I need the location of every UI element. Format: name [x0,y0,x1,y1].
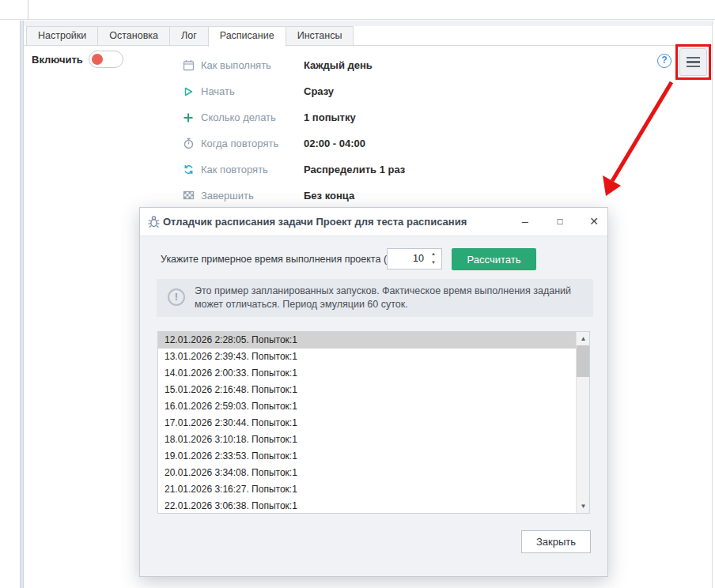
panel-splitter[interactable] [20,21,24,588]
setting-row-repeat-when[interactable]: Когда повторять 02:00 - 04:00 [182,130,405,156]
setting-row-repeat-how[interactable]: Как повторять Распределить 1 раз [182,156,405,183]
scheduled-runs-list[interactable]: 12.01.2026 2:28:05. Попыток:1 13.01.2026… [157,331,590,514]
scroll-up-icon[interactable]: ▲ [577,332,590,345]
time-value: 10 [413,249,424,269]
spinner-down-icon[interactable]: ▼ [427,258,440,267]
tab-strip-background [24,21,713,26]
schedule-debugger-dialog: Отладчик расписания задачи Проект для те… [139,207,608,577]
list-item[interactable]: 21.01.2026 3:16:27. Попыток:1 [158,481,589,498]
setting-value: 1 попытку [304,111,356,123]
setting-label: Начать [201,85,296,97]
calculate-button[interactable]: Рассчитать [452,248,536,270]
hamburger-bar [687,57,700,59]
help-icon[interactable]: ? [657,54,671,68]
hamburger-menu-button[interactable] [679,48,707,76]
list-item[interactable]: 18.01.2026 3:10:18. Попыток:1 [158,432,589,448]
tab-settings[interactable]: Настройки [26,26,98,46]
time-input-label: Укажите примерное время выполнения проек… [161,249,407,270]
tab-log[interactable]: Лог [169,26,209,46]
info-banner: ! Это пример запланированных запусков. Ф… [157,279,593,317]
minimize-button[interactable]: – [513,208,538,236]
plus-icon [182,111,195,124]
close-icon[interactable]: ✕ [581,208,607,236]
upper-pane-edge [0,0,715,20]
setting-label: Как выполнять [201,59,296,71]
repeat-icon [182,164,195,176]
spinner: ▲ ▼ [427,250,440,268]
stopwatch-icon [182,138,195,150]
setting-value: Распределить 1 раз [304,164,405,175]
setting-label: Когда повторять [201,138,296,149]
hamburger-bar [687,66,700,68]
dialog-title: Отладчик расписания задачи Проект для те… [163,208,467,236]
setting-value: Каждый день [304,59,373,71]
setting-label: Сколько делать [201,111,296,123]
list-item[interactable]: 19.01.2026 2:33:53. Попыток:1 [158,448,589,465]
list-item[interactable]: 22.01.2026 3:06:38. Попыток:1 [158,498,589,514]
play-icon [182,85,195,98]
maximize-button[interactable]: □ [547,208,573,236]
setting-row-attempts[interactable]: Сколько делать 1 попытку [182,104,405,130]
debug-bug-icon [147,215,161,228]
list-item[interactable]: 15.01.2026 2:16:48. Попыток:1 [158,382,589,398]
list-scrollbar[interactable]: ▲ ▼ [576,332,589,513]
list-item[interactable]: 12.01.2026 2:28:05. Попыток:1 [158,332,589,349]
setting-row-start[interactable]: Начать Сразу [182,78,405,104]
close-dialog-button[interactable]: Закрыть [521,530,591,553]
info-exclamation-icon: ! [168,288,185,306]
scrollbar-thumb[interactable] [577,345,590,377]
list-item[interactable]: 14.01.2026 2:00:33. Попыток:1 [158,365,589,382]
setting-value: Без конца [304,190,354,202]
scroll-down-icon[interactable]: ▼ [577,499,590,513]
toggle-knob [92,54,103,65]
finish-flag-icon [182,190,195,202]
setting-value: Сразу [304,85,334,97]
enable-toggle[interactable] [89,51,123,68]
setting-label: Завершить [201,190,296,202]
list-item[interactable]: 20.01.2026 3:34:08. Попыток:1 [158,465,589,481]
list-item[interactable]: 17.01.2026 2:30:44. Попыток:1 [158,415,589,432]
info-text: Это пример запланированных запусков. Фак… [195,285,574,311]
calendar-icon [182,59,195,72]
tab-instances[interactable]: Инстансы [286,26,354,46]
setting-row-finish[interactable]: Завершить Без конца [182,183,405,209]
setting-label: Как повторять [201,164,296,175]
upper-pane-divider [28,0,28,20]
setting-value: 02:00 - 04:00 [304,138,365,149]
panel-right-border [712,21,713,588]
tab-schedule[interactable]: Расписание [208,26,286,47]
time-input[interactable]: 10 ▲ ▼ [387,248,442,270]
app-window: Настройки Остановка Лог Расписание Инста… [0,0,715,588]
setting-row-how-to-run[interactable]: Как выполнять Каждый день [182,52,405,78]
spinner-up-icon[interactable]: ▲ [427,250,440,258]
list-item[interactable]: 13.01.2026 2:39:43. Попыток:1 [158,349,589,365]
schedule-settings-list: Как выполнять Каждый день Начать Сразу С… [182,52,405,209]
hamburger-bar [687,61,700,63]
dialog-titlebar[interactable]: Отладчик расписания задачи Проект для те… [140,208,607,236]
list-item[interactable]: 16.01.2026 2:59:03. Попыток:1 [158,398,589,415]
tab-stop[interactable]: Остановка [97,26,170,46]
enable-label: Включить [32,54,83,66]
tab-bar: Настройки Остановка Лог Расписание Инста… [26,26,353,46]
